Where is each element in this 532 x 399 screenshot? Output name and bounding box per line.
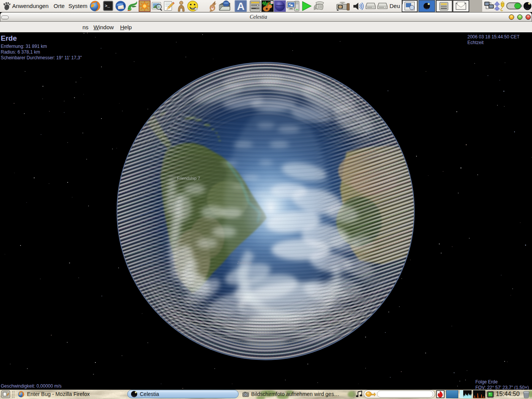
svg-text:Zwillinge: Zwillinge [237,261,252,265]
svg-text:Friendship 7: Friendship 7 [177,176,200,180]
svg-text:>_: >_ [105,4,110,8]
svg-text:A: A [237,0,244,12]
svg-text:,ISS: ,ISS [137,248,144,252]
